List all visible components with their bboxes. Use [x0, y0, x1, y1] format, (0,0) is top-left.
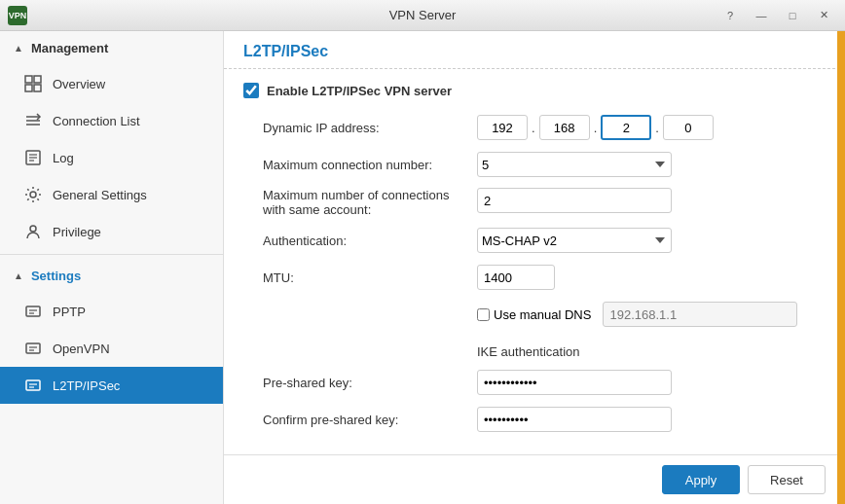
help-button[interactable]: ? — [716, 6, 744, 25]
general-settings-label: General Settings — [53, 188, 147, 202]
pptp-label: PPTP — [53, 305, 86, 319]
ike-auth-text: IKE authentication — [477, 344, 580, 359]
sidebar-item-pptp[interactable]: PPTP — [0, 293, 223, 330]
app-icon: VPN — [8, 6, 27, 25]
openvpn-icon — [23, 339, 43, 358]
svg-rect-13 — [26, 306, 40, 316]
overview-icon — [23, 74, 43, 93]
openvpn-label: OpenVPN — [53, 342, 110, 356]
ip-control-group: . . . — [477, 115, 714, 140]
sidebar-item-general-settings[interactable]: General Settings — [0, 176, 223, 213]
pptp-icon — [23, 302, 43, 321]
connection-list-label: Connection List — [53, 114, 140, 128]
content-body: Enable L2TP/IPSec VPN server Dynamic IP … — [224, 69, 845, 454]
ip-dot-3: . — [655, 121, 659, 135]
settings-section-header[interactable]: ▲ Settings — [0, 259, 223, 293]
max-connection-select[interactable]: 12345 678910 — [477, 152, 672, 177]
dns-input[interactable] — [603, 302, 797, 327]
ip-octet3[interactable] — [601, 115, 651, 140]
max-connection-label: Maximum connection number: — [263, 158, 477, 172]
ip-octet4[interactable] — [663, 115, 714, 140]
dynamic-ip-row: Dynamic IP address: . . . — [243, 114, 826, 141]
svg-rect-3 — [34, 85, 41, 91]
max-same-label-line1: Maximum number of connections — [263, 188, 477, 202]
close-button[interactable]: ✕ — [810, 6, 837, 25]
content-footer: Apply Reset — [224, 454, 845, 504]
privilege-label: Privilege — [53, 225, 101, 239]
management-label: Management — [31, 41, 108, 55]
max-same-row: Maximum number of connections with same … — [243, 188, 826, 217]
mtu-label: MTU: — [263, 270, 477, 285]
log-label: Log — [53, 151, 74, 165]
settings-label: Settings — [31, 269, 81, 283]
max-same-label-line2: with same account: — [263, 202, 477, 217]
l2tp-icon — [23, 376, 43, 395]
svg-rect-2 — [25, 85, 32, 91]
sidebar: ▲ Management Overview Connection List Lo… — [0, 31, 224, 504]
pre-shared-row: Pre-shared key: — [243, 369, 826, 396]
svg-point-12 — [30, 226, 36, 232]
privilege-icon — [23, 222, 43, 241]
connection-list-icon — [23, 111, 43, 130]
sidebar-item-connection-list[interactable]: Connection List — [0, 102, 223, 139]
sidebar-divider — [0, 254, 223, 255]
main-container: ▲ Management Overview Connection List Lo… — [0, 31, 845, 504]
auth-row: Authentication: MS-CHAP v2 PAP CHAP MS-C… — [243, 227, 826, 254]
manual-dns-label: Use manual DNS — [494, 307, 591, 322]
page-title: L2TP/IPSec — [243, 43, 826, 60]
svg-point-11 — [30, 192, 36, 198]
general-settings-icon — [23, 185, 43, 204]
titlebar: VPN VPN Server ? — □ ✕ — [0, 0, 845, 31]
log-icon — [23, 148, 43, 167]
management-chevron: ▲ — [14, 43, 23, 54]
mtu-row: MTU: — [243, 264, 826, 291]
l2tp-label: L2TP/IPSec — [53, 378, 120, 393]
svg-rect-1 — [34, 76, 41, 83]
window-controls: ? — □ ✕ — [716, 6, 837, 25]
sidebar-item-overview[interactable]: Overview — [0, 65, 223, 102]
settings-chevron: ▲ — [14, 270, 23, 281]
dynamic-ip-label: Dynamic IP address: — [263, 121, 477, 135]
enable-vpn-row: Enable L2TP/IPSec VPN server — [243, 83, 826, 98]
manual-dns-row: Use manual DNS — [243, 301, 826, 328]
minimize-button[interactable]: — — [748, 6, 775, 25]
sidebar-item-l2tp-ipsec[interactable]: L2TP/IPSec — [0, 367, 223, 404]
reset-button[interactable]: Reset — [748, 465, 826, 494]
overview-label: Overview — [53, 77, 105, 91]
manual-dns-checkbox[interactable] — [477, 308, 490, 321]
apply-button[interactable]: Apply — [662, 465, 740, 494]
content-area: L2TP/IPSec Enable L2TP/IPSec VPN server … — [224, 31, 845, 504]
svg-rect-19 — [26, 380, 40, 390]
max-connection-row: Maximum connection number: 12345 678910 — [243, 151, 826, 178]
max-same-input[interactable] — [477, 188, 672, 213]
sidebar-item-openvpn[interactable]: OpenVPN — [0, 330, 223, 367]
pre-shared-label: Pre-shared key: — [263, 376, 477, 390]
svg-rect-16 — [26, 343, 40, 353]
confirm-pre-shared-row: Confirm pre-shared key: — [243, 406, 826, 433]
auth-label: Authentication: — [263, 234, 477, 248]
right-edge-accent — [837, 31, 845, 504]
titlebar-left: VPN — [8, 6, 27, 25]
manual-dns-group: Use manual DNS — [477, 302, 797, 327]
sidebar-item-privilege[interactable]: Privilege — [0, 213, 223, 250]
ip-dot-1: . — [532, 121, 535, 135]
max-same-label: Maximum number of connections with same … — [263, 188, 477, 217]
sidebar-item-log[interactable]: Log — [0, 139, 223, 176]
enable-vpn-checkbox[interactable] — [243, 83, 259, 98]
enable-vpn-label: Enable L2TP/IPSec VPN server — [267, 84, 452, 98]
svg-rect-0 — [25, 76, 32, 83]
pre-shared-input[interactable] — [477, 370, 672, 395]
management-section-header[interactable]: ▲ Management — [0, 31, 223, 65]
ip-dot-2: . — [594, 121, 598, 135]
ip-octet1[interactable] — [477, 115, 528, 140]
confirm-pre-shared-label: Confirm pre-shared key: — [263, 413, 477, 427]
window-title: VPN Server — [389, 8, 457, 22]
ip-octet2[interactable] — [539, 115, 590, 140]
auth-select[interactable]: MS-CHAP v2 PAP CHAP MS-CHAP — [477, 228, 672, 253]
ike-auth-row: IKE authentication — [243, 338, 826, 365]
content-header: L2TP/IPSec — [224, 31, 845, 69]
confirm-pre-shared-input[interactable] — [477, 407, 672, 432]
mtu-input[interactable] — [477, 265, 555, 290]
maximize-button[interactable]: □ — [779, 6, 806, 25]
